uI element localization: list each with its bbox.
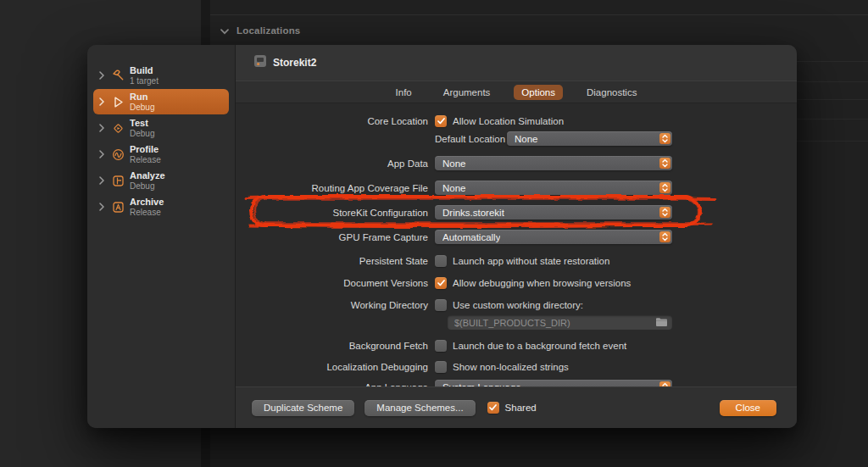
chevron-right-icon[interactable] [97,176,106,185]
chevron-down-icon [220,23,229,38]
sidebar-item-label: Run [130,92,154,103]
checkbox-caption: Launch due to a background fetch event [453,341,626,351]
localization-debugging-checkbox[interactable] [435,361,447,373]
popup-stepper-icon [659,207,670,218]
popup-stepper-icon [659,158,670,169]
tab-diagnostics[interactable]: Diagnostics [579,85,644,100]
gpu-frame-capture-popup[interactable]: Automatically [435,230,672,244]
popup-value: None [515,134,538,144]
popup-value: None [442,183,466,193]
duplicate-scheme-button[interactable]: Duplicate Scheme [252,400,354,416]
app-data-row: App Data None [236,156,797,170]
dialog-header: Storekit2 [236,45,797,81]
app-data-popup[interactable]: None [435,156,672,170]
working-directory-input[interactable] [454,318,655,328]
popup-value: Automatically [442,232,500,242]
sidebar-item-label: Analyze [130,170,165,181]
sidebar-item-profile[interactable]: Profile Release [93,142,229,167]
sidebar-item-sublabel: Release [130,208,164,218]
archive-icon [110,200,125,214]
sidebar-item-run[interactable]: Run Debug [93,89,229,114]
popup-value: None [442,158,466,169]
localizations-section-header[interactable]: Localizations [220,23,300,38]
default-location-popup[interactable]: None [507,131,672,146]
sidebar-item-label: Profile [130,144,161,155]
background-fetch-row: Background Fetch Launch due to a backgro… [236,338,797,353]
gpu-frame-capture-label: GPU Frame Capture [236,232,428,242]
persistent-state-checkbox[interactable] [435,255,447,267]
storekit-configuration-popup[interactable]: Drinks.storekit [435,205,672,220]
localization-debugging-label: Localization Debugging [236,362,428,372]
core-location-row: Core Location Allow Location Simulation [236,114,797,128]
screen: Localizations Build 1 target [0,0,868,467]
manage-schemes-button[interactable]: Manage Schemes... [364,400,475,416]
tab-bar: Info Arguments Options Diagnostics [236,81,797,103]
chevron-right-icon[interactable] [97,124,106,132]
popup-stepper-icon [659,231,670,242]
app-data-label: App Data [236,158,428,169]
app-language-row: App Language System Language [236,380,797,386]
background-fetch-checkbox[interactable] [435,340,447,352]
gpu-frame-capture-row: GPU Frame Capture Automatically [236,230,797,244]
popup-stepper-icon [659,182,670,193]
document-versions-row: Document Versions Allow debugging when b… [236,275,797,290]
folder-icon[interactable] [655,317,668,329]
tab-options[interactable]: Options [514,85,563,100]
checkbox-caption: Allow Location Simulation [453,116,564,126]
persistent-state-label: Persistent State [236,256,428,266]
core-location-label: Core Location [236,116,428,126]
app-icon [254,55,266,70]
close-button[interactable]: Close [720,400,776,416]
hammer-icon [110,69,125,83]
document-versions-checkbox[interactable] [435,277,447,289]
checkbox-caption: Use custom working directory: [453,300,583,310]
checkbox-caption: Show non-localized strings [453,362,569,372]
sidebar-item-analyze[interactable]: Analyze Debug [93,168,229,193]
sidebar-item-label: Build [130,65,159,76]
sidebar-item-sublabel: 1 target [130,76,159,86]
tab-info[interactable]: Info [388,85,420,100]
default-location-label: Default Location [435,134,507,144]
storekit-configuration-label: StoreKit Configuration [236,208,428,218]
sidebar-item-sublabel: Debug [130,129,154,139]
chevron-right-icon[interactable] [97,203,106,211]
options-form: Core Location Allow Location Simulation … [236,103,797,386]
allow-location-simulation-checkbox[interactable] [435,115,447,127]
sidebar-item-build[interactable]: Build 1 target [93,63,229,88]
test-icon [110,121,125,136]
shared-label: Shared [505,403,537,413]
sidebar-item-sublabel: Debug [130,181,165,192]
sidebar-item-archive[interactable]: Archive Release [93,194,229,220]
working-directory-row: Working Directory Use custom working dir… [236,297,797,312]
sidebar-item-label: Test [130,118,154,129]
sidebar-item-label: Archive [130,197,164,208]
shared-checkbox[interactable] [487,402,499,414]
localization-debugging-row: Localization Debugging Show non-localize… [236,359,797,374]
chevron-right-icon[interactable] [97,97,106,106]
working-directory-label: Working Directory [236,300,428,310]
routing-app-coverage-popup[interactable]: None [435,181,672,195]
sidebar-item-sublabel: Release [130,155,161,165]
popup-value: System Language [442,382,521,387]
storekit-configuration-row: StoreKit Configuration Drinks.storekit [236,205,797,220]
dialog-footer: Duplicate Scheme Manage Schemes... Share… [236,386,797,428]
chevron-right-icon[interactable] [97,150,106,158]
checkbox-caption: Allow debugging when browsing versions [453,278,631,288]
routing-app-coverage-label: Routing App Coverage File [236,183,428,193]
chevron-right-icon[interactable] [97,71,106,80]
shared-group: Shared [487,402,537,414]
checkbox-caption: Launch app without state restoration [453,256,609,266]
background-fetch-label: Background Fetch [236,341,428,351]
popup-value: Drinks.storekit [442,208,504,218]
working-directory-checkbox[interactable] [435,299,447,311]
sidebar-item-sublabel: Debug [130,103,154,113]
working-directory-field[interactable] [448,315,672,330]
tab-arguments[interactable]: Arguments [436,85,498,100]
persistent-state-row: Persistent State Launch app without stat… [236,253,797,268]
sidebar-item-test[interactable]: Test Debug [93,115,229,141]
analyze-icon [110,174,125,188]
scheme-sidebar: Build 1 target Run Debug [87,45,235,428]
app-language-popup[interactable]: System Language [435,380,672,386]
default-location-row: Default Location None [236,131,797,146]
scheme-name-title: Storekit2 [273,57,316,69]
